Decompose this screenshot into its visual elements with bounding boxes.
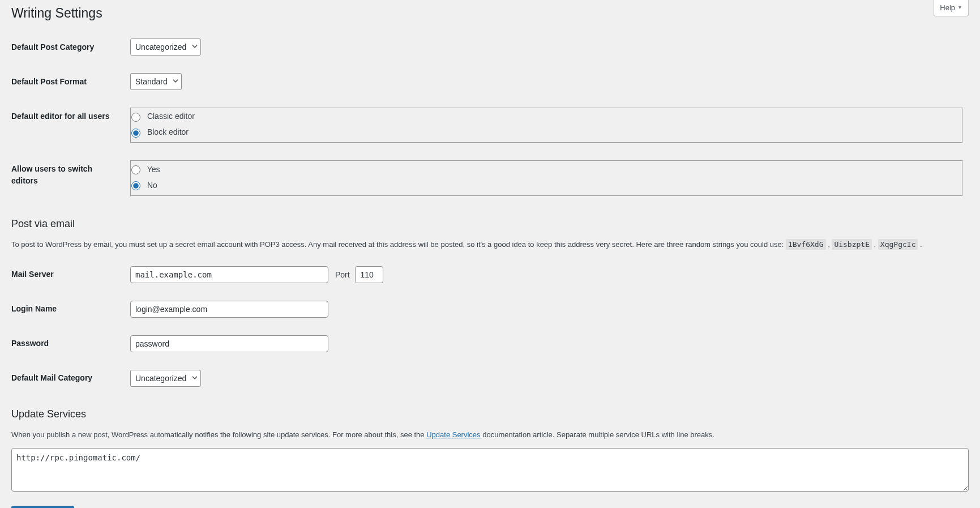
random-string-2: UisbzptE [832, 239, 872, 250]
block-editor-option[interactable]: Block editor [131, 126, 962, 138]
post-via-email-description: To post to WordPress by email, you must … [11, 239, 969, 250]
update-services-textarea[interactable] [11, 448, 969, 492]
port-input[interactable] [355, 266, 383, 283]
save-changes-button[interactable]: Save Changes [11, 506, 74, 508]
default-mail-category-select[interactable]: Uncategorized [130, 370, 201, 387]
post-via-email-heading: Post via email [11, 216, 969, 232]
default-post-format-label: Default Post Format [11, 65, 125, 99]
post-via-email-table: Mail Server Port Login Name Password Def… [11, 257, 969, 395]
allow-switch-yes-radio[interactable] [131, 165, 140, 174]
default-post-format-select[interactable]: Standard [130, 73, 182, 90]
classic-editor-option[interactable]: Classic editor [131, 110, 962, 122]
chevron-down-icon: ▼ [957, 4, 962, 12]
page-title: Writing Settings [11, 0, 969, 24]
mail-server-input[interactable] [130, 266, 328, 283]
mail-server-label: Mail Server [11, 257, 125, 292]
update-services-heading: Update Services [11, 407, 969, 422]
allow-switch-no-option[interactable]: No [131, 180, 962, 191]
login-name-label: Login Name [11, 292, 125, 326]
help-tab[interactable]: Help ▼ [934, 0, 969, 16]
allow-switch-label: Allow users to switch editors [11, 152, 125, 205]
random-string-3: XqgPgcIc [878, 239, 918, 250]
classic-editor-radio[interactable] [131, 113, 140, 122]
default-mail-category-label: Default Mail Category [11, 361, 125, 395]
writing-settings-table: Default Post Category Uncategorized Defa… [11, 30, 969, 205]
block-editor-radio[interactable] [131, 129, 140, 138]
password-label: Password [11, 326, 125, 361]
default-post-category-label: Default Post Category [11, 30, 125, 65]
default-post-category-select[interactable]: Uncategorized [130, 39, 201, 56]
random-string-1: 1Bvf6XdG [786, 239, 826, 250]
default-editor-label: Default editor for all users [11, 99, 125, 152]
help-label: Help [940, 2, 955, 14]
password-input[interactable] [130, 335, 328, 352]
allow-switch-yes-option[interactable]: Yes [131, 164, 962, 176]
allow-switch-no-radio[interactable] [131, 181, 140, 190]
update-services-description: When you publish a new post, WordPress a… [11, 429, 969, 441]
port-label: Port [335, 270, 350, 279]
update-services-link[interactable]: Update Services [426, 430, 480, 439]
login-name-input[interactable] [130, 301, 328, 318]
